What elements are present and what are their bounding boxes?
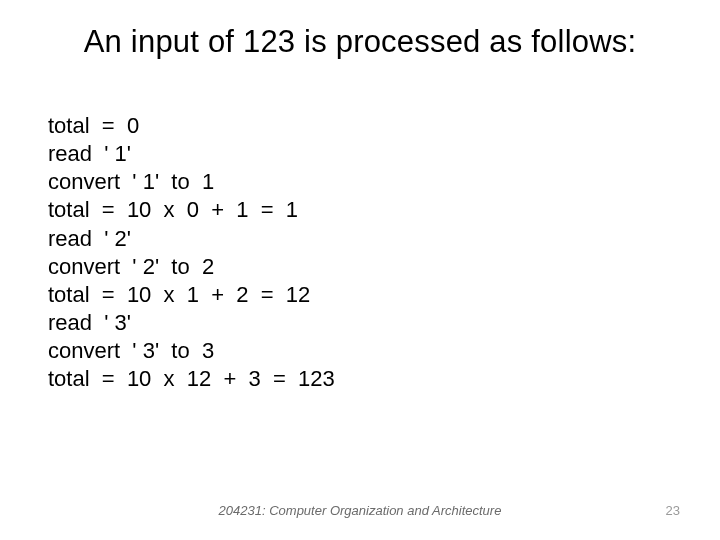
code-line: total = 10 x 12 + 3 = 123 — [48, 365, 672, 393]
code-line: read ' 2' — [48, 225, 672, 253]
code-line: read ' 3' — [48, 309, 672, 337]
course-label: 204231: Computer Organization and Archit… — [80, 503, 640, 518]
code-line: convert ' 2' to 2 — [48, 253, 672, 281]
code-line: read ' 1' — [48, 140, 672, 168]
code-line: total = 0 — [48, 112, 672, 140]
slide-footer: 204231: Computer Organization and Archit… — [0, 503, 720, 518]
code-line: convert ' 1' to 1 — [48, 168, 672, 196]
code-line: total = 10 x 0 + 1 = 1 — [48, 196, 672, 224]
page-number: 23 — [640, 503, 680, 518]
slide-title: An input of 123 is processed as follows: — [0, 0, 720, 68]
slide-body: total = 0 read ' 1' convert ' 1' to 1 to… — [0, 68, 720, 394]
code-line: convert ' 3' to 3 — [48, 337, 672, 365]
code-line: total = 10 x 1 + 2 = 12 — [48, 281, 672, 309]
